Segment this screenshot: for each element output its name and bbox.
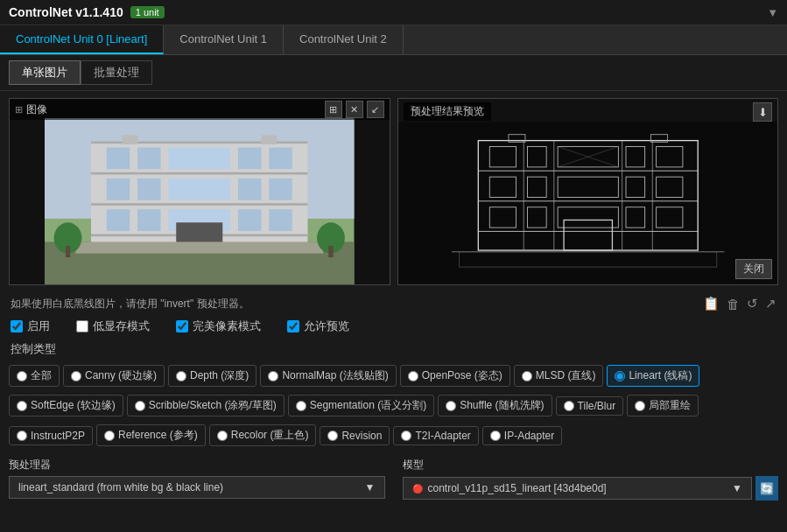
allow-preview-input[interactable] (287, 320, 299, 332)
tab-unit0[interactable]: ControlNet Unit 0 [Lineart] (0, 25, 164, 54)
bottom-section: 预处理器 lineart_standard (from white bg & b… (0, 452, 787, 506)
type-canny[interactable]: Canny (硬边缘) (63, 365, 165, 387)
enable-input[interactable] (11, 320, 23, 332)
expand-icon-btn[interactable]: ↗ (765, 296, 776, 312)
sub-tab-batch[interactable]: 批量处理 (81, 60, 152, 85)
info-text: 如果使用白底黑线图片，请使用 "invert" 预处理器。 (11, 297, 249, 312)
tab-unit2[interactable]: ControlNet Unit 2 (284, 25, 404, 54)
unit-badge: 1 unit (130, 6, 165, 18)
type-instructp2p[interactable]: InstructP2P (9, 426, 93, 445)
type-shuffle[interactable]: Shuffle (随机洗牌) (438, 395, 552, 416)
type-softedge[interactable]: SoftEdge (软边缘) (9, 395, 123, 416)
enable-label: 启用 (27, 318, 50, 334)
type-depth[interactable]: Depth (深度) (168, 365, 256, 387)
svg-rect-28 (328, 246, 333, 257)
pixel-perfect-checkbox[interactable]: 完美像素模式 (176, 318, 261, 334)
svg-rect-12 (269, 148, 292, 170)
sub-tab-single[interactable]: 单张图片 (9, 60, 81, 85)
type-normalmap[interactable]: NormalMap (法线贴图) (260, 365, 396, 387)
preprocessor-col: 预处理器 lineart_standard (from white bg & b… (9, 458, 385, 500)
options-row: 启用 低显存模式 完美像素模式 允许预览 (0, 315, 787, 338)
allow-preview-checkbox[interactable]: 允许预览 (287, 318, 349, 334)
download-btn[interactable]: ⬇ (753, 102, 772, 122)
svg-rect-31 (436, 122, 739, 284)
svg-rect-17 (269, 178, 292, 200)
type-t2i[interactable]: T2I-Adapter (393, 426, 478, 445)
control-types-row3: InstructP2P Reference (参考) Recolor (重上色)… (9, 422, 778, 449)
type-all[interactable]: 全部 (9, 365, 60, 387)
control-types-grid: 全部 Canny (硬边缘) Depth (深度) NormalMap (法线贴… (0, 359, 787, 452)
info-row: 如果使用白底黑线图片，请使用 "invert" 预处理器。 📋 🗑 ↺ ↗ (0, 292, 787, 315)
preprocessor-value: lineart_standard (from white bg & black … (18, 481, 223, 494)
expand-btn[interactable]: ↙ (367, 101, 384, 118)
type-mlsd[interactable]: MLSD (直线) (514, 365, 604, 387)
control-type-label: 控制类型 (0, 338, 787, 359)
type-segmentation[interactable]: Segmentation (语义分割) (288, 395, 434, 416)
preview-image (398, 122, 778, 284)
svg-rect-22 (269, 209, 292, 231)
svg-rect-24 (75, 242, 323, 253)
model-dropdown[interactable]: 🔴 control_v11p_sd15_lineart [43d4be0d] ▼ (403, 477, 753, 500)
svg-rect-19 (137, 209, 161, 231)
refresh-model-btn[interactable]: 🔄 (755, 476, 778, 500)
refresh-icon-btn[interactable]: ↺ (747, 296, 758, 312)
svg-rect-16 (238, 178, 262, 200)
svg-rect-5 (91, 172, 307, 175)
image-panel-label: 图像 (26, 102, 47, 117)
image-panel-header: ⊞ 图像 ⊞ ✕ ↙ (10, 99, 390, 120)
model-row: 🔴 control_v11p_sd15_lineart [43d4be0d] ▼… (403, 476, 779, 500)
low-vram-input[interactable] (76, 320, 88, 332)
pixel-perfect-label: 完美像素模式 (193, 318, 261, 334)
type-ip-adapter[interactable]: IP-Adapter (482, 426, 562, 445)
type-openpose[interactable]: OpenPose (姿态) (400, 365, 510, 387)
image-area: ⊞ 图像 ⊞ ✕ ↙ (0, 91, 787, 292)
main-container: ControlNet v1.1.410 1 unit ▼ ControlNet … (0, 0, 787, 506)
type-scribble[interactable]: Scribble/Sketch (涂鸦/草图) (127, 395, 285, 416)
header: ControlNet v1.1.410 1 unit ▼ (0, 0, 787, 25)
info-icons: 📋 🗑 ↺ ↗ (703, 296, 776, 312)
model-value: control_v11p_sd15_lineart [43d4be0d] (428, 482, 607, 494)
model-dropdown-arrow-icon: ▼ (732, 482, 742, 494)
preview-label: 预处理结果预览 (404, 102, 491, 121)
svg-rect-11 (238, 148, 262, 170)
type-tile[interactable]: Tile/Blur (556, 396, 624, 416)
type-revision[interactable]: Revision (320, 426, 390, 445)
svg-rect-8 (107, 148, 130, 170)
copy-icon-btn[interactable]: 📋 (703, 296, 720, 312)
preview-panel: 预处理结果预览 ⬇ (397, 98, 779, 285)
type-lineart[interactable]: Lineart (线稿) (607, 365, 699, 387)
sub-tabs: 单张图片 批量处理 (0, 55, 787, 91)
type-inpaint[interactable]: 局部重绘 (627, 395, 699, 416)
model-label: 模型 (403, 458, 779, 472)
svg-rect-10 (168, 148, 230, 170)
collapse-arrow[interactable]: ▼ (767, 6, 778, 19)
clear-btn[interactable]: ✕ (346, 101, 363, 118)
maximize-btn[interactable]: ⊞ (325, 101, 342, 118)
svg-rect-30 (261, 135, 277, 144)
type-recolor[interactable]: Recolor (重上色) (209, 424, 317, 446)
svg-rect-21 (238, 209, 262, 231)
low-vram-label: 低显存模式 (93, 318, 150, 334)
model-icon: 🔴 (412, 484, 423, 494)
close-preview-btn[interactable]: 关闭 (735, 259, 772, 279)
svg-rect-6 (91, 203, 307, 206)
tab-unit1[interactable]: ControlNet Unit 1 (164, 25, 284, 54)
pixel-perfect-input[interactable] (176, 320, 188, 332)
building-image (10, 118, 390, 284)
svg-rect-29 (122, 135, 137, 144)
image-panel-controls: ⊞ ✕ ↙ (325, 101, 384, 118)
trash-icon-btn[interactable]: 🗑 (727, 296, 740, 312)
dropdown-arrow-icon: ▼ (365, 481, 376, 494)
preprocessor-dropdown[interactable]: lineart_standard (from white bg & black … (9, 476, 385, 499)
enable-checkbox[interactable]: 启用 (11, 318, 50, 334)
svg-rect-18 (107, 209, 130, 231)
svg-rect-14 (137, 178, 161, 200)
low-vram-checkbox[interactable]: 低显存模式 (76, 318, 150, 334)
model-col: 模型 🔴 control_v11p_sd15_lineart [43d4be0d… (403, 458, 779, 500)
control-types-row2: SoftEdge (软边缘) Scribble/Sketch (涂鸦/草图) S… (9, 392, 778, 419)
app-title: ControlNet v1.1.410 (9, 5, 123, 19)
type-reference[interactable]: Reference (参考) (96, 424, 206, 446)
svg-rect-9 (137, 148, 161, 170)
allow-preview-label: 允许预览 (304, 318, 349, 334)
main-tabs: ControlNet Unit 0 [Lineart] ControlNet U… (0, 25, 787, 55)
